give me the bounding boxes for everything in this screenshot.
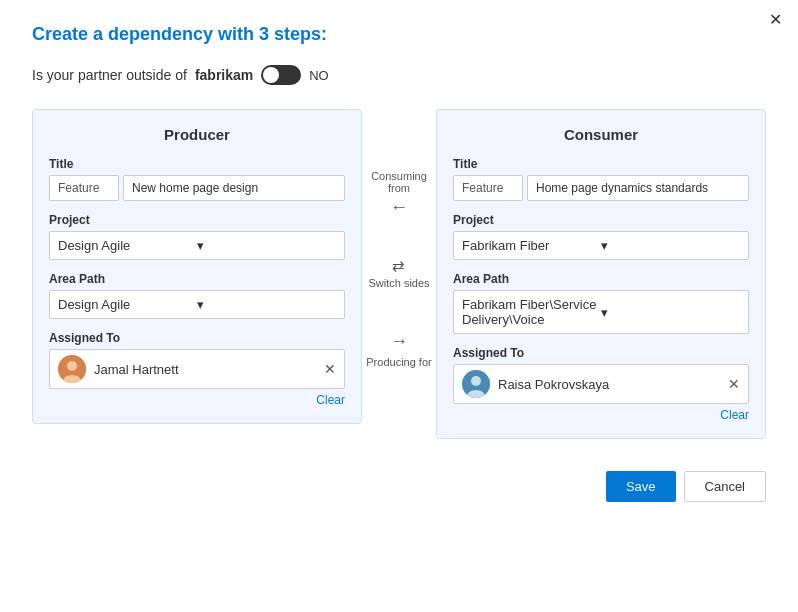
consumer-title-label: Title — [453, 157, 749, 171]
consumer-remove-assigned-button[interactable]: ✕ — [728, 376, 740, 392]
consumer-project-dropdown[interactable]: Fabrikam Fiber ▾ — [453, 231, 749, 260]
consumer-panel: Consumer Title Feature Home page dynamic… — [436, 109, 766, 439]
producer-assigned-row: Jamal Hartnett ✕ — [49, 349, 345, 389]
cancel-button[interactable]: Cancel — [684, 471, 766, 502]
consumer-areapath-value: Fabrikam Fiber\Service Delivery\Voice — [462, 297, 601, 327]
producer-avatar — [58, 355, 86, 383]
producing-for-label: Producing for — [366, 356, 431, 368]
producer-panel: Producer Title Feature New home page des… — [32, 109, 362, 424]
footer: Save Cancel — [32, 459, 766, 502]
producer-title: Producer — [49, 126, 345, 143]
partner-outside-row: Is your partner outside of fabrikam NO — [32, 65, 766, 85]
consumer-areapath-dropdown[interactable]: Fabrikam Fiber\Service Delivery\Voice ▾ — [453, 290, 749, 334]
producing-for-section: → Producing for — [366, 331, 431, 368]
consumer-project-chevron-icon: ▾ — [601, 238, 740, 253]
close-button[interactable]: ✕ — [769, 12, 782, 28]
consuming-from-section: Consuming from ← — [366, 170, 432, 216]
producer-areapath-label: Area Path — [49, 272, 345, 286]
producer-clear-button[interactable]: Clear — [316, 393, 345, 407]
svg-point-4 — [471, 376, 481, 386]
producer-project-value: Design Agile — [58, 238, 197, 253]
consumer-title: Consumer — [453, 126, 749, 143]
producer-title-row: Feature New home page design — [49, 175, 345, 201]
switch-sides-label: Switch sides — [368, 277, 429, 289]
producer-title-type: Feature — [49, 175, 119, 201]
save-button[interactable]: Save — [606, 471, 676, 502]
consumer-assigned-name: Raisa Pokrovskaya — [498, 377, 720, 392]
svg-point-1 — [67, 361, 77, 371]
producer-areapath-dropdown[interactable]: Design Agile ▾ — [49, 290, 345, 319]
consumer-project-value: Fabrikam Fiber — [462, 238, 601, 253]
middle-area: Consuming from ← ⇄ Switch sides → Produc… — [362, 109, 436, 389]
consumer-title-type: Feature — [453, 175, 523, 201]
consumer-assigned-label: Assigned To — [453, 346, 749, 360]
org-name: fabrikam — [195, 67, 253, 83]
switch-sides-icon: ⇄ — [392, 257, 405, 275]
dialog-title: Create a dependency with 3 steps: — [32, 24, 766, 45]
consumer-title-row: Feature Home page dynamics standards — [453, 175, 749, 201]
producer-assigned-label: Assigned To — [49, 331, 345, 345]
producer-project-chevron-icon: ▾ — [197, 238, 336, 253]
consumer-project-label: Project — [453, 213, 749, 227]
producer-areapath-chevron-icon: ▾ — [197, 297, 336, 312]
create-dependency-dialog: ✕ Create a dependency with 3 steps: Is y… — [0, 0, 798, 612]
toggle-state-label: NO — [309, 68, 329, 83]
consumer-avatar — [462, 370, 490, 398]
producing-for-arrow-icon: → — [390, 331, 408, 352]
producer-remove-assigned-button[interactable]: ✕ — [324, 361, 336, 377]
consumer-title-value[interactable]: Home page dynamics standards — [527, 175, 749, 201]
producer-project-dropdown[interactable]: Design Agile ▾ — [49, 231, 345, 260]
consuming-from-label: Consuming from — [366, 170, 432, 194]
producer-areapath-value: Design Agile — [58, 297, 197, 312]
switch-sides-section[interactable]: ⇄ Switch sides — [368, 257, 429, 289]
columns-area: Producer Title Feature New home page des… — [32, 109, 766, 439]
outside-partner-toggle[interactable] — [261, 65, 301, 85]
producer-project-label: Project — [49, 213, 345, 227]
partner-outside-text: Is your partner outside of — [32, 67, 187, 83]
consumer-areapath-chevron-icon: ▾ — [601, 305, 740, 320]
consumer-clear-button[interactable]: Clear — [720, 408, 749, 422]
consuming-from-arrow-icon: ← — [390, 198, 408, 216]
producer-title-label: Title — [49, 157, 345, 171]
producer-title-value[interactable]: New home page design — [123, 175, 345, 201]
producer-assigned-name: Jamal Hartnett — [94, 362, 316, 377]
consumer-assigned-row: Raisa Pokrovskaya ✕ — [453, 364, 749, 404]
consumer-areapath-label: Area Path — [453, 272, 749, 286]
